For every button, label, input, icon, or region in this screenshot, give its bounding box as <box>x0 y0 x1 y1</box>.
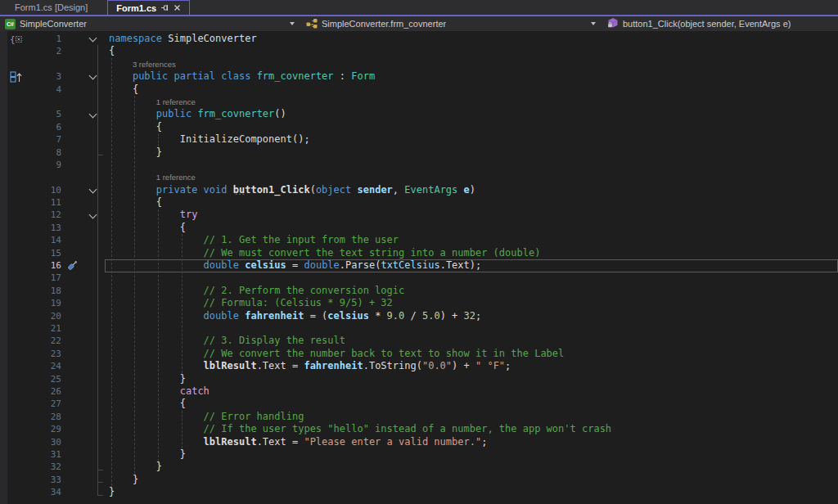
code-text[interactable]: { <box>106 222 838 234</box>
line-number[interactable]: 30 <box>38 436 61 448</box>
line-number[interactable]: 21 <box>38 322 61 335</box>
code-line: 6 { <box>0 121 838 133</box>
code-line: 3 public partial class frm_covnerter : F… <box>0 70 838 83</box>
code-text[interactable]: public partial class frm_covnerter : For… <box>106 70 838 83</box>
code-text[interactable]: } <box>106 448 838 461</box>
line-number[interactable]: 17 <box>38 272 61 284</box>
codelens-references[interactable]: 1 reference <box>156 96 196 108</box>
line-number[interactable]: 2 <box>38 45 61 57</box>
fold-toggle-icon[interactable] <box>89 185 97 193</box>
code-text[interactable]: double celsius = double.Parse(txtCelsius… <box>106 259 838 272</box>
line-number[interactable]: 13 <box>38 222 61 234</box>
code-text[interactable]: { <box>106 45 838 57</box>
code-text[interactable]: // 1. Get the input from the user <box>106 234 838 246</box>
fold-margin[interactable] <box>83 212 106 219</box>
fold-margin[interactable] <box>83 35 106 43</box>
line-number[interactable]: 31 <box>38 448 61 461</box>
line-number[interactable]: 1 <box>38 33 61 45</box>
chevron-down-icon <box>290 22 295 25</box>
line-number[interactable]: 20 <box>38 310 61 322</box>
line-number[interactable]: 26 <box>38 385 61 398</box>
code-text[interactable]: // Error handling <box>106 411 838 423</box>
screwdriver-icon[interactable] <box>66 259 79 272</box>
tab-form1-design[interactable]: Form1.cs [Design] <box>7 0 96 15</box>
code-line: 34} <box>0 486 838 498</box>
fold-margin[interactable] <box>83 187 106 194</box>
code-text[interactable]: try <box>106 209 838 221</box>
code-text[interactable]: // We convert the number back to text to… <box>106 348 838 360</box>
line-number[interactable]: 7 <box>38 133 61 146</box>
code-text[interactable]: // Formula: (Celsius * 9/5) + 32 <box>106 297 838 309</box>
codelens-text[interactable]: 1 reference <box>106 96 838 108</box>
code-text[interactable]: lblResult.Text = fahrenheit.ToString("0.… <box>106 360 838 372</box>
fold-toggle-icon[interactable] <box>89 110 97 118</box>
code-text[interactable]: } <box>106 373 838 385</box>
line-number[interactable]: 5 <box>38 108 61 120</box>
pin-icon[interactable] <box>160 3 169 12</box>
code-text[interactable]: } <box>106 474 838 486</box>
codelens-references[interactable]: 1 reference <box>156 171 196 183</box>
line-number[interactable]: 24 <box>38 360 61 372</box>
close-icon[interactable] <box>173 4 181 11</box>
glyph-margin[interactable] <box>0 71 38 83</box>
line-number[interactable]: 8 <box>38 146 61 159</box>
code-text[interactable]: { <box>106 83 838 96</box>
fold-toggle-icon[interactable] <box>89 34 97 43</box>
line-number[interactable]: 4 <box>38 83 61 96</box>
member-dropdown[interactable]: button1_Click(object sender, EventArgs e… <box>602 16 838 31</box>
code-text[interactable]: { <box>106 398 838 410</box>
line-number[interactable]: 16 <box>38 259 61 272</box>
line-number[interactable]: 28 <box>38 411 61 423</box>
line-number[interactable]: 22 <box>38 335 61 347</box>
line-number[interactable]: 11 <box>38 196 61 209</box>
codelens-references[interactable]: 3 references <box>133 58 176 70</box>
line-number[interactable]: 19 <box>38 297 61 309</box>
visual-studio-editor-window: Form1.cs [Design] Form1.cs C# SimpleConv… <box>0 0 838 504</box>
line-number[interactable]: 32 <box>38 461 61 473</box>
line-number[interactable]: 15 <box>38 247 61 259</box>
line-number[interactable]: 18 <box>38 285 61 297</box>
tab-form1-cs[interactable]: Form1.cs <box>107 0 190 15</box>
line-number[interactable]: 14 <box>38 234 61 246</box>
line-number[interactable]: 29 <box>38 423 61 435</box>
code-text[interactable]: double fahrenheit = (celsius * 9.0 / 5.0… <box>106 310 838 322</box>
code-text[interactable]: public frm_covnerter() <box>106 108 838 120</box>
line-number[interactable]: 10 <box>38 184 61 196</box>
glyph-margin[interactable]: { <box>0 34 38 45</box>
code-text[interactable]: catch <box>106 385 838 398</box>
line-number[interactable]: 9 <box>38 159 61 171</box>
code-text[interactable]: } <box>106 486 838 498</box>
codelens-text[interactable]: 3 references <box>106 58 838 70</box>
code-text[interactable]: private void button1_Click(object sender… <box>106 184 838 196</box>
codelens-row: 1 reference <box>0 171 838 183</box>
code-line: 27 { <box>0 398 838 410</box>
fold-margin[interactable] <box>83 73 106 80</box>
line-number[interactable]: 25 <box>38 373 61 385</box>
code-text[interactable]: lblResult.Text = "Please enter a valid n… <box>106 436 838 448</box>
line-number[interactable]: 27 <box>38 398 61 410</box>
code-text[interactable]: } <box>106 146 838 159</box>
line-number[interactable]: 34 <box>38 486 61 498</box>
codelens-text[interactable]: 1 reference <box>106 171 838 183</box>
code-text[interactable]: InitializeComponent(); <box>106 133 838 146</box>
code-text[interactable]: // We must convert the text string into … <box>106 247 838 259</box>
code-text[interactable]: // 2. Perform the conversion logic <box>106 285 838 297</box>
code-text[interactable]: { <box>106 196 838 209</box>
line-number[interactable]: 6 <box>38 121 61 133</box>
fold-toggle-icon[interactable] <box>89 72 97 80</box>
code-text[interactable]: } <box>106 461 838 473</box>
project-name: SimpleConverter <box>20 19 87 29</box>
fold-margin[interactable] <box>83 111 106 119</box>
line-number[interactable]: 12 <box>38 209 61 221</box>
line-number[interactable]: 33 <box>38 474 61 486</box>
project-dropdown[interactable]: C# SimpleConverter <box>0 16 301 31</box>
line-number[interactable]: 3 <box>38 70 61 83</box>
code-text[interactable]: // 3. Display the result <box>106 335 838 347</box>
code-text[interactable]: { <box>106 121 838 133</box>
line-number[interactable]: 23 <box>38 348 61 360</box>
fold-toggle-icon[interactable] <box>89 210 97 218</box>
code-text[interactable]: // If the user types "hello" instead of … <box>106 423 838 435</box>
code-line: 14 // 1. Get the input from the user <box>0 234 838 246</box>
type-dropdown[interactable]: SimpleConverter.frm_covnerter <box>301 16 602 31</box>
code-text[interactable]: namespace SimpleConverter <box>106 33 838 45</box>
